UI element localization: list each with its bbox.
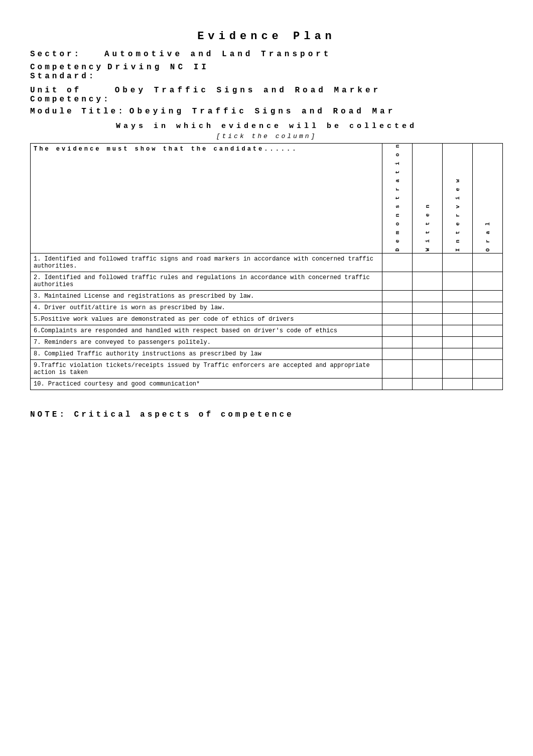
evidence-item-row-2: 2. Identified and followed traffic rules… [31,272,503,291]
written-cell-5 [413,314,443,325]
module-label: Module Title: [30,107,125,116]
sector-value: Automotive and Land Transport [104,50,331,59]
oral-cell-2 [473,272,503,291]
evidence-item-row-8: 8. Complied Traffic authority instructio… [31,348,503,360]
interview-cell-10 [443,379,473,390]
evidence-item-row-3: 3. Maintained License and registrations … [31,291,503,302]
evidence-table-wrapper: The evidence must show that the candidat… [30,143,503,390]
evidence-item-row-4: 4. Driver outfit/attire is worn as presc… [31,302,503,314]
oral-cell-3 [473,291,503,302]
competency-row: Competency Standard: Driving NC II [30,63,503,81]
competency-label2: Standard: [30,72,103,81]
sector-row: Sector: Automotive and Land Transport [30,50,503,59]
interview-cell-7 [443,337,473,348]
oral-cell-10 [473,379,503,390]
interview-cell-5 [443,314,473,325]
evidence-item-row-7: 7. Reminders are conveyed to passengers … [31,337,503,348]
demo-cell-8 [382,348,413,360]
written-cell-7 [413,337,443,348]
demo-cell-7 [382,337,413,348]
module-row: Module Title: Obeying Traffic Signs and … [30,107,503,116]
written-cell-2 [413,272,443,291]
evidence-item-3: 3. Maintained License and registrations … [31,291,382,302]
written-cell-1 [413,254,443,272]
oral-cell-1 [473,254,503,272]
interview-cell-8 [443,348,473,360]
written-cell-3 [413,291,443,302]
page-title: Evidence Plan [30,30,503,43]
oral-cell-8 [473,348,503,360]
interview-cell-2 [443,272,473,291]
evidence-item-2: 2. Identified and followed traffic rules… [31,272,382,291]
evidence-item-7: 7. Reminders are conveyed to passengers … [31,337,382,348]
written-header: W i t t e n [425,204,431,251]
interview-cell-1 [443,254,473,272]
oral-cell-4 [473,302,503,314]
demo-cell-4 [382,302,413,314]
interview-cell-4 [443,302,473,314]
interview-cell-9 [443,360,473,379]
demo-cell-9 [382,360,413,379]
unit-row: Unit of Competency: Obey Traffic Signs a… [30,86,503,104]
competency-label: Competency [30,63,103,72]
oral-cell-6 [473,325,503,337]
written-cell-9 [413,360,443,379]
demo-cell-10 [382,379,413,390]
tick-note: [tick the column] [30,133,503,140]
evidence-item-4: 4. Driver outfit/attire is worn as presc… [31,302,382,314]
interview-cell-6 [443,325,473,337]
evidence-item-5: 5.Positive work values are demonstrated … [31,314,382,325]
sector-label: Sector: [30,50,100,59]
evidence-item-row-6: 6.Complaints are responded and handled w… [31,325,503,337]
demo-cell-2 [382,272,413,291]
evidence-item-row-9: 9.Traffic violation tickets/receipts iss… [31,360,503,379]
demo-cell-1 [382,254,413,272]
oral-cell-5 [473,314,503,325]
written-cell-6 [413,325,443,337]
module-value: Obeying Traffic Signs and Road Mar [129,107,395,116]
oral-cell-7 [473,337,503,348]
evidence-item-row-10: 10. Practiced courtesy and good communic… [31,379,503,390]
unit-label: Unit of [30,86,111,95]
written-cell-8 [413,348,443,360]
evidence-item-row-5: 5.Positive work values are demonstrated … [31,314,503,325]
evidence-item-1: 1. Identified and followed traffic signs… [31,254,382,272]
evidence-item-8: 8. Complied Traffic authority instructio… [31,348,382,360]
evidence-item-9: 9.Traffic violation tickets/receipts iss… [31,360,382,379]
evidence-item-6: 6.Complaints are responded and handled w… [31,325,382,337]
unit-value: Obey Traffic Signs and Road Marker [115,86,381,95]
oral-header: O r a l [485,221,491,251]
evidence-item-row-1: 1. Identified and followed traffic signs… [31,254,503,272]
evidence-item-10: 10. Practiced courtesy and good communic… [31,379,382,390]
oral-cell-9 [473,360,503,379]
ways-section: Ways in which evidence will be collected… [30,122,503,140]
demo-cell-3 [382,291,413,302]
interview-cell-3 [443,291,473,302]
demonstration-header: D e m o n s t r a t i o n [394,144,401,251]
written-cell-10 [413,379,443,390]
demo-cell-5 [382,314,413,325]
written-cell-4 [413,302,443,314]
demo-cell-6 [382,325,413,337]
candidate-header: The evidence must show that the candidat… [34,146,298,153]
interview-header: I n t e r v i e w [455,178,461,251]
note-section: NOTE: Critical aspects of competence [30,410,503,419]
ways-label: Ways in which evidence will be collected [30,122,503,131]
unit-label2: Competency: [30,95,111,104]
competency-value: Driving NC II [107,63,209,72]
note-label: NOTE: Critical aspects of competence [30,410,294,419]
